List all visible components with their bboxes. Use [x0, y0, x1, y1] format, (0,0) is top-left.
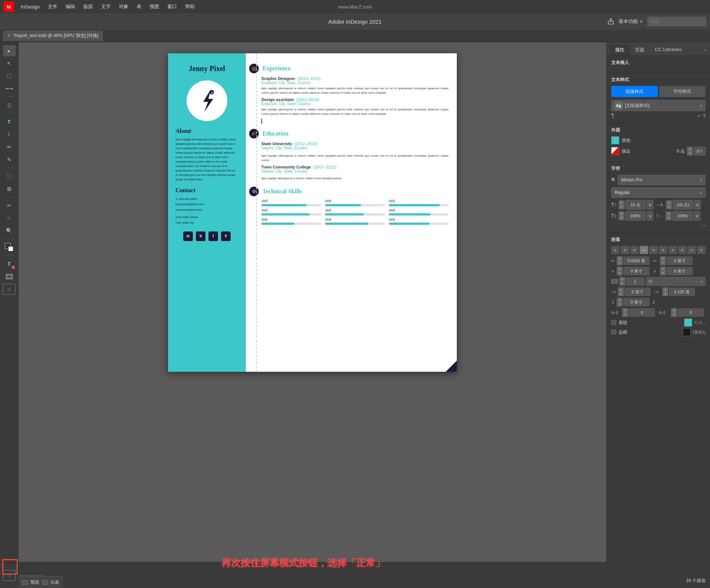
align-justify-last-left[interactable]: ≡: [649, 246, 658, 254]
space-after-spinner[interactable]: ▲ ▼: [662, 287, 668, 296]
extra-spinner-1[interactable]: ▲ ▼: [622, 308, 628, 317]
para-style-btn[interactable]: 段落样式: [611, 86, 658, 97]
page-tool[interactable]: ⬚: [3, 70, 16, 81]
direct-select-tool[interactable]: ↖: [3, 58, 16, 69]
frame-grid-tool[interactable]: [3, 271, 16, 282]
align-left[interactable]: ≡: [611, 246, 620, 254]
para-return[interactable]: ¶: [703, 113, 706, 118]
pencil-tool[interactable]: ✎: [3, 154, 16, 165]
drop-cap-input[interactable]: [623, 298, 649, 306]
extra-input-2[interactable]: [678, 308, 704, 317]
pen-tool[interactable]: ✏: [3, 141, 16, 153]
kerning-input[interactable]: [673, 200, 693, 210]
last-indent-spinner[interactable]: ▲ ▼: [660, 267, 666, 275]
tab-properties[interactable]: 属性: [610, 44, 630, 56]
first-indent-input[interactable]: [623, 267, 649, 275]
menu-file[interactable]: 文件: [44, 2, 61, 11]
align-center[interactable]: ≡: [621, 246, 629, 254]
free-transform[interactable]: ⊞: [3, 183, 16, 194]
menu-text[interactable]: 文字: [97, 2, 114, 11]
menu-indesign[interactable]: InDesign: [17, 3, 43, 11]
stroke-spinner[interactable]: ▲ ▼: [687, 147, 693, 156]
drop-cap-spinner[interactable]: ▲ ▼: [617, 298, 623, 307]
space-before-spinner[interactable]: ▲ ▼: [618, 287, 624, 296]
horiz-scale-input[interactable]: [672, 211, 693, 221]
fill-color-box[interactable]: [611, 136, 619, 144]
content-collector[interactable]: ⌹: [3, 100, 16, 111]
character-more-btn[interactable]: ···: [611, 222, 706, 229]
extra-spinner-2[interactable]: ▲ ▼: [671, 308, 677, 317]
grid-input[interactable]: [626, 277, 644, 285]
vert-scale-spinner[interactable]: ▲ ▼: [619, 211, 624, 220]
align-away-spine[interactable]: ≡: [697, 246, 706, 254]
align-justify[interactable]: ≡: [640, 246, 648, 254]
align-justify-all[interactable]: ≡: [678, 246, 687, 254]
text-frame-tool[interactable]: T +: [3, 258, 16, 270]
align-justify-last-center[interactable]: ≡: [659, 246, 667, 254]
kerning-spinner[interactable]: ▲ ▼: [666, 200, 672, 209]
font-name-dropdown[interactable]: Minion Pro ∨: [618, 175, 706, 185]
font-size-input[interactable]: [625, 200, 646, 210]
align-toward-spine[interactable]: ≡: [687, 246, 696, 254]
space-before-input[interactable]: [624, 288, 650, 296]
indent-right-spinner[interactable]: ▲ ▼: [660, 256, 666, 265]
underline-checkbox[interactable]: [611, 320, 616, 325]
panel-scroll-right[interactable]: ›: [704, 47, 706, 53]
indent-right-input[interactable]: [667, 257, 693, 265]
underline-color[interactable]: [684, 318, 692, 327]
mode-output-item[interactable]: 出血: [42, 579, 59, 585]
preview-mode-btn[interactable]: □: [3, 570, 16, 581]
horiz-scale-dropdown[interactable]: ∨: [694, 211, 700, 221]
align-right[interactable]: ≡: [630, 246, 639, 254]
align-justify-last-right[interactable]: ≡: [669, 246, 677, 254]
scissors-tool[interactable]: ✂: [3, 200, 16, 211]
tab-cc-libraries[interactable]: CC Libraries: [650, 44, 687, 56]
indent-left-input[interactable]: [623, 257, 649, 265]
global-search[interactable]: [647, 17, 706, 26]
space-after-input[interactable]: [669, 288, 695, 296]
kerning-dropdown[interactable]: ∨: [694, 200, 701, 210]
font-size-dropdown[interactable]: ∨: [647, 200, 653, 210]
close-tab-btn[interactable]: ✕: [7, 33, 11, 38]
hand-tool[interactable]: ☞: [3, 213, 16, 224]
para-options[interactable]: ↵: [697, 113, 701, 118]
border-checkbox[interactable]: [611, 330, 616, 335]
mode-preview-item[interactable]: 预览: [22, 579, 39, 585]
vert-scale-input[interactable]: [625, 211, 646, 221]
first-indent-spinner[interactable]: ▲ ▼: [617, 267, 623, 275]
indent-left-spinner[interactable]: ▲ ▼: [617, 256, 623, 265]
last-indent-input[interactable]: [667, 267, 693, 275]
menu-object[interactable]: 对象: [115, 2, 132, 11]
char-style-btn[interactable]: 字符样式: [659, 86, 706, 97]
menu-window[interactable]: 窗口: [164, 2, 181, 11]
tab-pages[interactable]: 页面: [630, 44, 650, 56]
normal-mode-btn[interactable]: □: [3, 284, 16, 295]
menu-help[interactable]: 帮助: [181, 2, 198, 11]
canvas-area[interactable]: Jenny Pixel ★ About Ape explign atiumquu…: [19, 42, 606, 573]
gap-tool[interactable]: ⟷: [3, 83, 16, 94]
vert-scale-dropdown[interactable]: ∨: [647, 211, 653, 221]
grid-spinner[interactable]: ▲ ▼: [619, 277, 625, 286]
select-tool[interactable]: ▸: [3, 45, 16, 56]
line-tool[interactable]: /: [3, 129, 16, 140]
menu-table[interactable]: 表: [133, 2, 145, 11]
font-style-dropdown[interactable]: Regular ∨: [611, 187, 706, 198]
basic-func-btn[interactable]: 基本功能 ∨: [619, 18, 643, 25]
menu-view[interactable]: 视图: [146, 2, 163, 11]
type-tool[interactable]: T: [3, 116, 16, 127]
shape-tool[interactable]: ⬛: [3, 171, 16, 182]
fill-stroke-display[interactable]: [3, 242, 16, 253]
para-style-dropdown[interactable]: Ag [无段落样式] ∨: [611, 100, 706, 111]
menu-edit[interactable]: 编辑: [62, 2, 79, 11]
extra-input-1[interactable]: [629, 308, 655, 317]
share-icon[interactable]: [607, 17, 615, 26]
stroke-unit-dropdown[interactable]: 点∨: [694, 147, 706, 156]
font-size-spinner[interactable]: ▲ ▼: [619, 200, 624, 209]
menu-layout[interactable]: 版面: [80, 2, 97, 11]
para-symbol[interactable]: ¶: [611, 113, 614, 119]
document-tab[interactable]: ✕ *Import_text.indd @ 46% [GPU 预览] [转换]: [3, 31, 103, 41]
horiz-scale-spinner[interactable]: ▲ ▼: [666, 211, 672, 220]
zoom-tool[interactable]: 🔍: [3, 225, 16, 236]
stroke-color-box[interactable]: [611, 147, 619, 155]
border-color[interactable]: [683, 328, 691, 336]
